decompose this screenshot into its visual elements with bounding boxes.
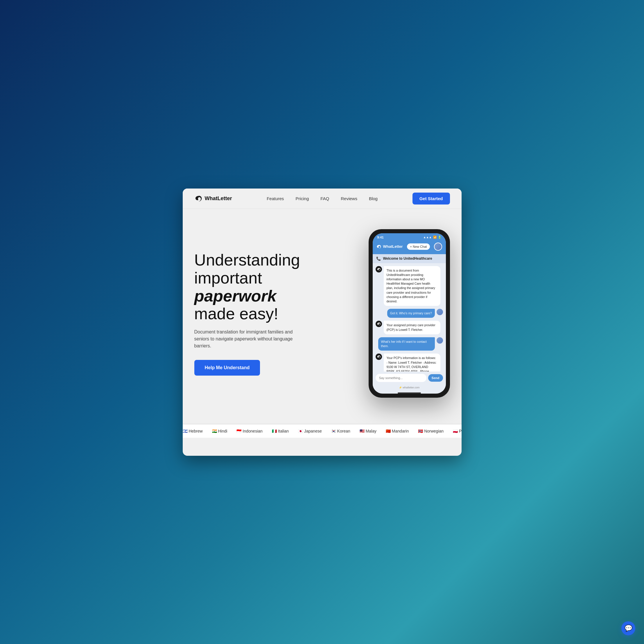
bot-message: Your PCP's information is as follows: - … xyxy=(384,354,440,371)
language-ticker: 🇮🇱 Hebrew🇮🇳 Hindi🇮🇩 Indonesian🇮🇹 Italian… xyxy=(183,424,462,438)
phone-brand-icon xyxy=(376,244,381,249)
welcome-title: Welcome to UnitedHealthcare xyxy=(383,256,432,261)
new-chat-button[interactable]: + New Chat xyxy=(407,243,430,250)
nav-faq[interactable]: FAQ xyxy=(320,196,329,201)
language-item: 🇵🇱 Polish xyxy=(453,429,461,433)
status-time: 9:41 xyxy=(377,236,384,239)
nav-links: Features Pricing FAQ Reviews Blog xyxy=(267,196,378,201)
phone-home-bar xyxy=(398,392,421,394)
user-message: What's her info if I want to contact the… xyxy=(378,337,435,351)
message-row: What's her info if I want to contact the… xyxy=(376,337,443,351)
browser-window: WhatLetter Features Pricing FAQ Reviews … xyxy=(183,189,462,456)
hero-section: Understanding important paperwork made e… xyxy=(183,209,462,424)
language-item: 🇮🇱 Hebrew xyxy=(183,429,203,433)
hero-title-line3: made easy! xyxy=(194,304,279,323)
language-item: 🇮🇩 Indonesian xyxy=(236,429,262,433)
signal-icon: ▲▲▲ xyxy=(423,236,432,239)
message-row: Got it. Who's my primary care? xyxy=(376,309,443,318)
nav-blog[interactable]: Blog xyxy=(369,196,378,201)
message-row: This is a document from UnitedHealthcare… xyxy=(376,266,443,306)
hero-title: Understanding important paperwork made e… xyxy=(194,251,305,322)
nav-logo[interactable]: WhatLetter xyxy=(194,194,232,202)
language-item: 🇰🇷 Korean xyxy=(331,429,350,433)
nav-features[interactable]: Features xyxy=(267,196,284,201)
chat-widget-icon: 💬 xyxy=(625,625,632,632)
phone-statusbar: 9:41 ▲▲▲ 📶 🔋 xyxy=(373,233,446,240)
phone-header-logo: WhatLetter xyxy=(376,244,403,249)
nav-reviews[interactable]: Reviews xyxy=(341,196,357,201)
welcome-banner: 📞 Welcome to UnitedHealthcare xyxy=(373,254,446,263)
phone-input-row: Send xyxy=(373,372,446,385)
bot-message: This is a document from UnitedHealthcare… xyxy=(384,266,440,306)
phone-container: 9:41 ▲▲▲ 📶 🔋 xyxy=(369,229,450,398)
hero-title-line1: Understanding xyxy=(194,251,300,269)
message-row: Your assigned primary care provider (PCP… xyxy=(376,321,443,334)
logo-icon xyxy=(194,194,202,202)
wifi-icon: 📶 xyxy=(433,236,437,239)
bot-avatar xyxy=(376,354,382,360)
send-button[interactable]: Send xyxy=(428,374,443,382)
ticker-track: 🇮🇱 Hebrew🇮🇳 Hindi🇮🇩 Indonesian🇮🇹 Italian… xyxy=(183,429,462,433)
user-avatar xyxy=(437,309,443,315)
battery-icon: 🔋 xyxy=(438,236,441,239)
bot-avatar xyxy=(376,321,382,327)
language-item: 🇲🇾 Malay xyxy=(360,429,376,433)
phone-footer: ⚡ whatletter.com xyxy=(373,385,446,391)
brand-name: WhatLetter xyxy=(205,195,232,202)
phone-brand-name: WhatLetter xyxy=(383,244,403,249)
hero-title-italic: paperwork xyxy=(194,287,277,305)
get-started-button[interactable]: Get Started xyxy=(412,193,450,204)
nav-pricing[interactable]: Pricing xyxy=(295,196,309,201)
status-icons: ▲▲▲ 📶 🔋 xyxy=(423,236,441,239)
bot-message: Your assigned primary care provider (PCP… xyxy=(384,321,440,334)
hero-left: Understanding important paperwork made e… xyxy=(194,251,305,375)
chat-widget-button[interactable]: 💬 xyxy=(621,621,635,635)
phone-icon: 📞 xyxy=(376,256,381,261)
message-row: Your PCP's information is as follows: - … xyxy=(376,354,443,371)
hero-subtitle: Document translation for immigrant famil… xyxy=(194,329,305,349)
user-avatar xyxy=(434,243,442,251)
phone-mockup: 9:41 ▲▲▲ 📶 🔋 xyxy=(369,229,450,398)
language-item: 🇨🇳 Mandarin xyxy=(386,429,409,433)
chat-input[interactable] xyxy=(376,374,426,382)
user-avatar xyxy=(437,337,443,344)
language-item: 🇮🇳 Hindi xyxy=(212,429,227,433)
language-item: 🇮🇹 Italian xyxy=(272,429,289,433)
bot-avatar xyxy=(376,266,382,272)
phone-header: WhatLetter + New Chat xyxy=(373,240,446,254)
user-message: Got it. Who's my primary care? xyxy=(387,309,435,318)
navbar: WhatLetter Features Pricing FAQ Reviews … xyxy=(183,189,462,209)
phone-screen: 9:41 ▲▲▲ 📶 🔋 xyxy=(373,233,446,394)
chat-area: This is a document from UnitedHealthcare… xyxy=(373,263,446,372)
help-me-understand-button[interactable]: Help Me Understand xyxy=(194,360,260,376)
language-item: 🇳🇴 Norwegian xyxy=(418,429,444,433)
hero-title-line2: important xyxy=(194,269,262,287)
language-item: 🇯🇵 Japanese xyxy=(298,429,322,433)
